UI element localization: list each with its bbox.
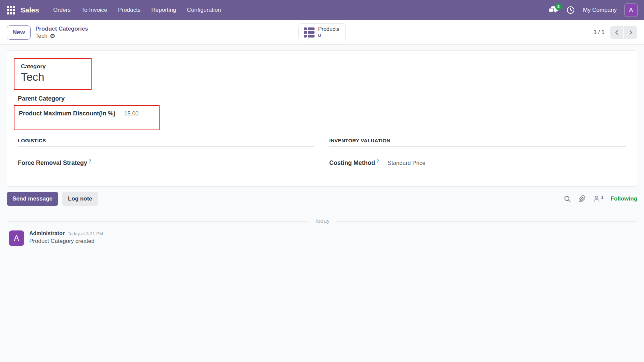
chatter-toolbar: Send message Log note 1 Following (7, 192, 637, 206)
logistics-section: LOGISTICS Force Removal Strategy ? (18, 138, 314, 167)
costing-method-value[interactable]: Standard Price (387, 160, 425, 167)
smart-button-text: Products 0 (318, 26, 339, 38)
date-divider-label: Today (308, 218, 336, 224)
smart-button-count: 0 (318, 33, 321, 39)
top-navbar: Sales Orders To Invoice Products Reporti… (0, 0, 644, 20)
log-note-button[interactable]: Log note (62, 192, 98, 206)
nav-item-to-invoice[interactable]: To Invoice (81, 7, 107, 13)
messages-icon[interactable]: 3 (548, 6, 558, 14)
message-content: Administrator Today at 3:21 PM Product C… (29, 230, 103, 246)
pager-counter: 1 / 1 (594, 29, 605, 36)
form-sections: LOGISTICS Force Removal Strategy ? INVEN… (18, 138, 633, 167)
chevron-left-icon (614, 30, 620, 35)
help-tooltip-icon[interactable]: ? (376, 159, 379, 164)
products-smart-button[interactable]: Products 0 (298, 23, 346, 41)
category-name-input[interactable]: Tech (21, 71, 91, 83)
following-toggle-button[interactable]: Following (611, 195, 637, 202)
chatter: Send message Log note 1 Following (0, 192, 644, 246)
smart-button-label: Products (318, 26, 339, 32)
activities-icon[interactable] (566, 6, 575, 14)
nav-right-group: 3 My Company A (548, 4, 637, 16)
pager: 1 / 1 (594, 26, 637, 39)
gear-icon[interactable]: ⚙ (50, 33, 55, 39)
follower-person-icon (593, 195, 600, 203)
send-message-button[interactable]: Send message (7, 192, 58, 206)
form-sheet: Category Tech Parent Category Product Ma… (7, 50, 637, 187)
inventory-valuation-section: INVENTORY VALUATION Costing Method ? Sta… (329, 138, 626, 167)
new-button[interactable]: New (7, 25, 31, 40)
breadcrumb-product-categories[interactable]: Product Categories (35, 25, 88, 32)
logistics-section-title: LOGISTICS (18, 138, 314, 147)
breadcrumb-current: Tech (35, 32, 47, 39)
inventory-valuation-title: INVENTORY VALUATION (329, 138, 626, 147)
help-tooltip-icon[interactable]: ? (89, 159, 91, 164)
content-area: Category Tech Parent Category Product Ma… (0, 45, 644, 187)
category-label: Category (21, 63, 91, 70)
parent-category-label: Parent Category (18, 95, 637, 102)
message-header: Administrator Today at 3:21 PM (29, 230, 103, 237)
force-removal-row: Force Removal Strategy ? (18, 159, 314, 167)
followers-button[interactable]: 1 (593, 195, 603, 203)
user-avatar[interactable]: A (625, 4, 637, 16)
attach-files-button[interactable] (578, 195, 586, 203)
message-author-avatar: A (9, 230, 24, 246)
app-name-sales[interactable]: Sales (21, 6, 39, 14)
search-icon (564, 195, 571, 203)
breadcrumb: Product Categories Tech ⚙ (35, 25, 88, 40)
nav-item-products[interactable]: Products (118, 7, 140, 13)
max-discount-input[interactable]: 15.00 (124, 110, 139, 117)
list-view-icon (304, 27, 314, 37)
chevron-right-icon (628, 30, 634, 35)
breadcrumb-current-row: Tech ⚙ (35, 32, 88, 39)
nav-item-orders[interactable]: Orders (53, 7, 71, 13)
nav-item-reporting[interactable]: Reporting (151, 7, 176, 13)
costing-method-row: Costing Method ? Standard Price (329, 159, 626, 167)
message-body: Product Category created (29, 238, 103, 245)
paperclip-icon (578, 195, 586, 203)
chatter-message: A Administrator Today at 3:21 PM Product… (7, 230, 637, 246)
pager-buttons (610, 26, 637, 39)
category-highlight-box: Category Tech (14, 58, 92, 90)
max-discount-label: Product Maximum Discount(in %) (19, 110, 115, 117)
message-author: Administrator (29, 230, 65, 237)
unread-count-badge: 3 (555, 3, 562, 10)
search-messages-button[interactable] (564, 195, 571, 203)
apps-grid-icon[interactable] (7, 6, 15, 14)
chatter-icons: 1 Following (564, 195, 637, 203)
pager-previous-button[interactable] (610, 26, 623, 39)
company-switcher[interactable]: My Company (583, 7, 617, 13)
nav-item-configuration[interactable]: Configuration (187, 7, 221, 13)
message-timestamp: Today at 3:21 PM (68, 231, 103, 236)
discount-highlight-box: Product Maximum Discount(in %) 15.00 (14, 105, 160, 130)
follower-count: 1 (601, 195, 603, 200)
date-divider: Today (7, 221, 637, 222)
clock-icon (566, 6, 575, 14)
control-panel: New Product Categories Tech ⚙ Products 0… (0, 20, 644, 45)
costing-method-label: Costing Method (329, 159, 375, 167)
pager-next-button[interactable] (624, 26, 637, 39)
force-removal-label: Force Removal Strategy (18, 159, 87, 167)
